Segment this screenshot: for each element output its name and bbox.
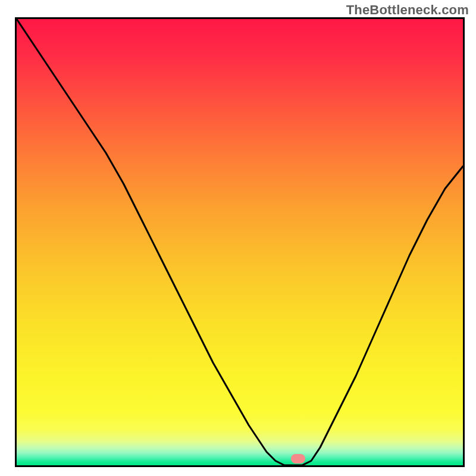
chart-container: TheBottleneck.com: [0, 0, 476, 476]
optimal-marker-icon: [291, 454, 305, 464]
watermark-text: TheBottleneck.com: [346, 2, 469, 18]
bottleneck-curve: [17, 19, 463, 465]
plot-area: [15, 17, 465, 467]
